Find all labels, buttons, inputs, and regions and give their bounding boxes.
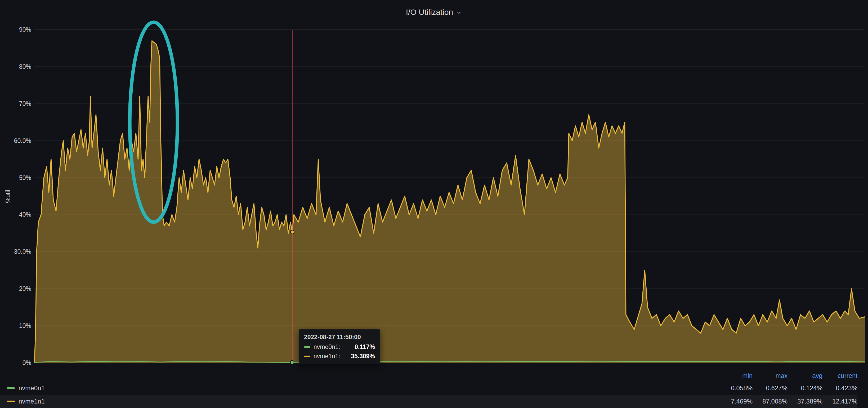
legend-series-label: nvme1n1 — [19, 398, 45, 405]
series-area-nvme1n1 — [34, 41, 865, 363]
y-axis-tick-label: 50% — [0, 174, 31, 181]
legend-value-max: 87.008% — [752, 398, 787, 405]
tooltip-timestamp: 2022-08-27 11:50:00 — [304, 334, 375, 341]
chevron-down-icon — [456, 9, 462, 16]
series-color-swatch — [304, 346, 310, 348]
legend-values: 7.469%87.008%37.389%12.417% — [718, 398, 858, 405]
panel-title: I/O Utilization — [406, 8, 453, 17]
y-axis-tick-label: 70% — [0, 100, 31, 107]
legend-series-nvme0n1[interactable]: nvme0n1 — [0, 384, 45, 392]
legend-row-nvme0n1: nvme0n10.058%0.627%0.124%0.423% — [0, 381, 858, 395]
tooltip-series-value: 35.309% — [351, 353, 375, 360]
legend-value-current: 0.423% — [823, 384, 858, 392]
tooltip-series-name: nvme1n1: — [313, 353, 340, 360]
hover-marker-nvme1n1 — [290, 230, 294, 234]
series-color-swatch — [7, 387, 15, 389]
series-color-swatch — [304, 355, 310, 357]
legend-values: 0.058%0.627%0.124%0.423% — [718, 384, 858, 392]
tooltip: 2022-08-27 11:50:00 nvme0n1:0.117%nvme1n… — [299, 329, 380, 364]
legend-header-row: minmaxavgcurrent — [0, 370, 858, 381]
tooltip-series-name: nvme0n1: — [313, 343, 340, 350]
legend-series-label: nvme0n1 — [19, 384, 45, 392]
legend-series-nvme1n1[interactable]: nvme1n1 — [0, 398, 45, 405]
tooltip-row: nvme1n1:35.309% — [304, 353, 375, 360]
legend-value-min: 0.058% — [718, 384, 752, 392]
y-axis-tick-label: 10% — [0, 322, 31, 330]
y-axis-tick-label: 20% — [0, 285, 31, 293]
y-axis-tick-label: 40% — [0, 211, 31, 218]
legend-col-max[interactable]: max — [752, 372, 787, 379]
panel-header: I/O Utilization — [0, 0, 868, 24]
legend-value-avg: 37.389% — [787, 398, 823, 405]
y-axis-label: %util — [4, 190, 12, 203]
legend: minmaxavgcurrent nvme0n10.058%0.627%0.12… — [0, 370, 868, 408]
panel-title-menu[interactable]: I/O Utilization — [406, 8, 462, 17]
legend-value-current: 12.417% — [823, 398, 858, 405]
legend-col-min[interactable]: min — [718, 372, 752, 379]
panel: I/O Utilization %util 0%10%20%30.0%40%50… — [0, 0, 868, 408]
legend-rows: nvme0n10.058%0.627%0.124%0.423%nvme1n17.… — [0, 381, 858, 408]
legend-value-max: 0.627% — [752, 384, 787, 392]
legend-col-avg[interactable]: avg — [787, 372, 823, 379]
series-color-swatch — [7, 401, 15, 402]
y-axis-tick-label: 0% — [0, 359, 31, 367]
legend-value-avg: 0.124% — [787, 384, 823, 392]
tooltip-rows: nvme0n1:0.117%nvme1n1:35.309% — [304, 343, 375, 360]
y-axis-tick-label: 80% — [0, 63, 31, 70]
legend-row-nvme1n1: nvme1n17.469%87.008%37.389%12.417% — [0, 395, 858, 408]
legend-col-current[interactable]: current — [823, 372, 858, 379]
y-axis-tick-label: 30.0% — [0, 248, 31, 255]
legend-value-min: 7.469% — [718, 398, 752, 405]
tooltip-series-value: 0.117% — [354, 343, 375, 350]
plot-svg[interactable] — [34, 30, 865, 363]
y-axis-tick-label: 60.0% — [0, 137, 31, 144]
hover-marker-nvme0n1 — [290, 361, 294, 364]
tooltip-row: nvme0n1:0.117% — [304, 343, 375, 350]
y-axis-tick-label: 90% — [0, 26, 31, 33]
